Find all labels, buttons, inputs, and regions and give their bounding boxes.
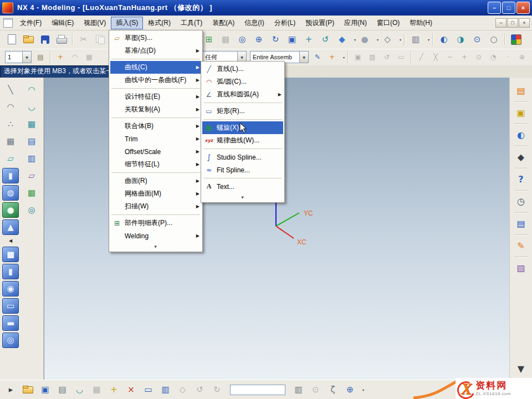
save-displayed-icon[interactable]: ▣ [37, 382, 54, 398]
roles-icon[interactable]: ◆ [513, 149, 530, 165]
snap-intersection-icon[interactable]: + [457, 50, 472, 64]
draft-check-icon[interactable]: ▦ [23, 185, 40, 201]
invert-selection-icon[interactable]: ▨ [365, 50, 380, 64]
bounded-plane-icon[interactable]: ▱ [23, 168, 40, 183]
minimize-button[interactable]: – [488, 2, 501, 14]
ruled-surface-icon[interactable]: ◡ [23, 99, 40, 115]
snap-quadrant-icon[interactable]: ◔ [486, 50, 500, 64]
curve-submenu-expand-button[interactable]: ▾ [202, 193, 283, 201]
snap-angle-icon[interactable]: ◠ [68, 50, 82, 64]
groove-icon[interactable]: ◎ [2, 332, 19, 348]
menu-item-parts-list[interactable]: ⊞部件明细表(P)... [110, 217, 201, 229]
cylinder-icon[interactable]: ▮ [2, 264, 19, 279]
create-point-icon[interactable]: + [105, 382, 122, 398]
roles-palette-icon[interactable] [508, 32, 524, 47]
snap-existing-point-icon[interactable]: · [500, 50, 515, 64]
menu-item-line[interactable]: ╱直线(L)... [202, 63, 283, 75]
menu-file[interactable]: 文件(F) [15, 17, 47, 29]
fit-window-icon[interactable]: ◡ [71, 382, 88, 398]
refresh-icon[interactable]: ↻ [267, 32, 284, 47]
dropdown-arrow-icon[interactable]: ▾ [377, 38, 378, 42]
snap-status-icon[interactable]: ⊙ [307, 382, 324, 398]
wireframe-view-icon[interactable]: ◇▾ [379, 32, 396, 47]
annotation-icon[interactable]: ✎ [513, 237, 530, 254]
print-icon[interactable] [53, 32, 70, 47]
menu-item-design-feature[interactable]: 设计特征(E)▶ [110, 90, 201, 103]
menu-information[interactable]: 信息(I) [239, 17, 269, 29]
close-button[interactable]: × [516, 2, 530, 14]
dropdown-arrow-icon[interactable]: ▾ [362, 388, 364, 392]
dropdown-arrow-icon[interactable]: ▾ [400, 38, 401, 42]
dropdown-arrow-icon[interactable]: ▾ [343, 55, 345, 59]
menu-item-mesh-surface[interactable]: 网格曲面(M)▶ [110, 187, 201, 200]
open-in-window-icon[interactable] [19, 382, 37, 398]
menu-item-rectangle[interactable]: ▭矩形(R)... [202, 105, 283, 117]
collapse-arrow-icon[interactable]: ◀ [4, 237, 17, 245]
zoom-area-icon[interactable]: ◎ [234, 32, 250, 47]
menu-item-line-and-arc[interactable]: ∠直线和圆弧(A)▶ [202, 88, 283, 101]
menu-item-associative-copy[interactable]: 关联复制(A)▶ [110, 103, 201, 116]
snap-point-constructor-icon[interactable]: ⊕ [515, 50, 529, 64]
menu-item-curve[interactable]: 曲线(C)▶ [110, 61, 201, 74]
internet-explorer-icon[interactable]: ◐ [513, 126, 530, 143]
menu-item-studio-spline[interactable]: ∫Studio Spline... [202, 151, 283, 163]
combo-arrow-icon[interactable] [299, 52, 308, 63]
visualization-icon[interactable]: ▧ [513, 259, 530, 276]
swept-icon[interactable]: ▤ [23, 134, 40, 149]
mdi-minimize-button[interactable]: – [495, 18, 507, 28]
ole-object-icon[interactable]: ▦ [217, 32, 234, 47]
offset-surface-icon[interactable]: ◎ [23, 202, 40, 218]
scroll-down-icon[interactable]: ▼ [513, 360, 530, 377]
layer-settings-icon[interactable]: ▤ [33, 50, 48, 64]
menu-item-combine-body[interactable]: 联合体(B)▶ [110, 120, 201, 132]
spreadsheet-icon[interactable]: ⊞ [201, 32, 217, 47]
datum-plane-icon[interactable]: ▱ [2, 151, 19, 166]
wireframe-toggle-icon[interactable]: ◇ [174, 382, 191, 398]
pad-icon[interactable]: ▬ [2, 315, 19, 331]
mdi-close-button[interactable]: × [519, 18, 530, 28]
help-icon[interactable]: ? [513, 171, 530, 187]
selection-mode-icon[interactable]: ▸ [2, 382, 19, 398]
status-input[interactable] [230, 385, 285, 395]
move-component-icon[interactable]: ⊕▾ [341, 382, 359, 398]
undo-view-icon[interactable]: ↺ [191, 382, 208, 398]
menu-item-offset-scale[interactable]: Offset/Scale▶ [110, 145, 201, 158]
menu-item-fit-spline[interactable]: ≈Fit Spline... [202, 163, 283, 176]
boss-icon[interactable]: ◉ [2, 281, 19, 296]
select-all-icon[interactable]: ▣ [351, 50, 365, 64]
redo-view-icon[interactable]: ↻ [208, 382, 226, 398]
save-icon[interactable] [37, 32, 53, 47]
mdi-restore-button[interactable]: □ [507, 18, 518, 28]
block-icon[interactable]: ■ [2, 247, 19, 262]
menu-help[interactable]: 帮助(H) [405, 17, 437, 29]
section-surface-icon[interactable]: ▥ [23, 151, 40, 166]
dropdown-arrow-icon[interactable]: ▾ [428, 38, 429, 42]
arc-icon[interactable]: ◠ [2, 99, 19, 115]
menu-edit[interactable]: 编辑(E) [47, 17, 79, 29]
snap-end-point-icon[interactable]: ╱ [414, 50, 428, 64]
snap-control-point-icon[interactable]: ~ [443, 50, 457, 64]
zoom-grid-icon[interactable]: ▦ [88, 382, 105, 398]
menu-preferences[interactable]: 预设置(P) [300, 17, 339, 29]
combo-arrow-icon[interactable] [22, 52, 31, 63]
menu-application[interactable]: 应用(N) [339, 17, 372, 29]
restore-button[interactable]: □ [502, 2, 515, 14]
wcs-dynamics-icon[interactable]: + [53, 50, 68, 64]
pan-icon[interactable]: + [300, 32, 317, 47]
menu-item-text[interactable]: AText... [202, 180, 283, 193]
window-layout-icon[interactable]: ▥▾ [407, 32, 424, 47]
menu-analysis[interactable]: 分析(L) [269, 17, 301, 29]
menu-view[interactable]: 视图(V) [79, 17, 111, 29]
menu-item-trim[interactable]: Trim▶ [110, 132, 201, 145]
orbit-circle-icon[interactable]: ◑ [452, 32, 469, 47]
detail-filtering-icon[interactable]: +▾ [325, 50, 339, 64]
highlight-selection-icon[interactable]: ▭ [394, 50, 408, 64]
part-navigator-icon[interactable]: ▣ [513, 104, 530, 121]
menu-assemblies[interactable]: 装配(A) [207, 17, 239, 29]
menu-item-detail-feature[interactable]: 细节特征(L)▶ [110, 158, 201, 171]
extrude-icon[interactable]: ▮ [2, 168, 19, 183]
shaded-view-icon[interactable]: ●▾ [356, 32, 373, 47]
dropdown-arrow-icon[interactable]: ▾ [354, 38, 356, 42]
delete-object-icon[interactable]: × [122, 382, 140, 398]
window-toggle-icon[interactable]: ▥ [290, 382, 307, 398]
